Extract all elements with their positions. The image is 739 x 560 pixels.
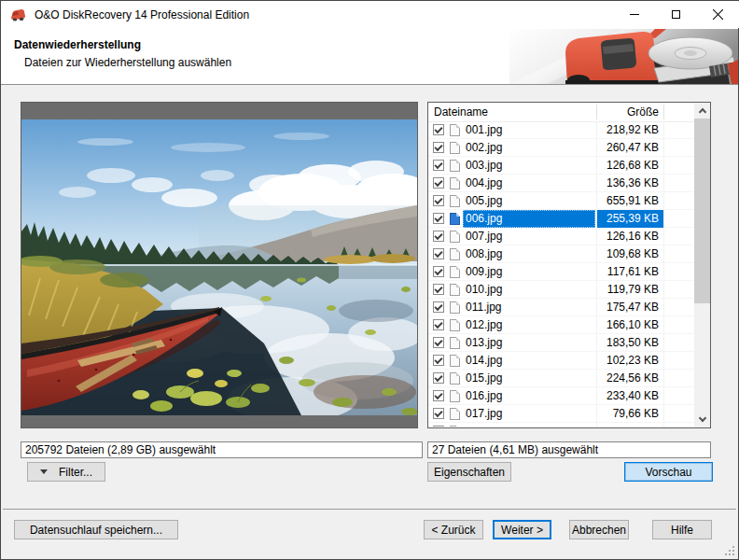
checkbox[interactable] (433, 213, 444, 224)
file-row[interactable]: 001.jpg218,92 KB (428, 121, 694, 139)
file-size: 183,50 KB (597, 334, 663, 352)
help-button[interactable]: Hilfe (652, 520, 712, 539)
file-name[interactable]: 013.jpg (463, 334, 595, 352)
file-icon (450, 301, 460, 314)
file-name[interactable]: 010.jpg (463, 281, 595, 299)
file-row[interactable]: 015.jpg224,56 KB (428, 370, 694, 387)
checkbox[interactable] (433, 284, 444, 295)
checkbox[interactable] (433, 301, 444, 313)
file-row[interactable]: 004.jpg136,36 KB (428, 175, 694, 192)
scrollbar[interactable] (694, 103, 710, 427)
file-row[interactable]: 003.jpg126,68 KB (428, 157, 694, 175)
file-icon (450, 124, 460, 136)
checkbox[interactable] (433, 160, 444, 171)
file-row[interactable]: 007.jpg126,16 KB (428, 228, 694, 245)
file-size: 119,79 KB (597, 281, 663, 299)
file-icon (450, 160, 460, 172)
file-name[interactable]: 012.jpg (463, 316, 595, 334)
file-row[interactable]: 016.jpg233,40 KB (428, 387, 694, 405)
checkbox[interactable] (433, 231, 444, 242)
close-button[interactable] (697, 1, 739, 28)
column-divider[interactable] (663, 105, 664, 119)
filter-button[interactable]: Filter... (27, 462, 105, 482)
brand-artwork-icon (509, 29, 738, 84)
checkbox[interactable] (433, 124, 444, 135)
checkbox[interactable] (433, 248, 444, 259)
file-name[interactable]: 008.jpg (463, 245, 595, 263)
file-rows: 001.jpg218,92 KB002.jpg260,47 KB003.jpg1… (428, 121, 694, 427)
file-name[interactable]: 003.jpg (463, 157, 595, 175)
next-button[interactable]: Weiter > (493, 520, 551, 539)
page-title: Datenwiederherstellung (14, 38, 141, 51)
scroll-down-button[interactable] (694, 412, 710, 427)
back-button[interactable]: < Zurück (424, 520, 483, 539)
checkbox[interactable] (433, 142, 444, 153)
cancel-button[interactable]: Abbrechen (569, 520, 629, 539)
scroll-up-button[interactable] (694, 103, 710, 119)
properties-button[interactable]: Eigenschaften (427, 462, 511, 482)
checkbox[interactable] (433, 266, 444, 277)
file-icon (450, 266, 460, 278)
file-size: 117,61 KB (597, 263, 663, 281)
file-row[interactable]: 002.jpg260,47 KB (428, 139, 694, 157)
preview-toggle-button[interactable]: Vorschau (624, 462, 713, 482)
titlebar: O&O DiskRecovery 14 Professional Edition (1, 1, 738, 29)
file-name[interactable]: 015.jpg (463, 370, 595, 387)
column-header-size[interactable]: Größe (627, 105, 659, 119)
file-name[interactable]: 001.jpg (463, 121, 595, 139)
save-scan-button[interactable]: Datensuchlauf speichern... (14, 520, 178, 539)
checkbox[interactable] (433, 195, 444, 206)
file-row-partial[interactable] (428, 423, 694, 427)
column-header-filename[interactable]: Dateiname (434, 105, 488, 119)
checkbox[interactable] (433, 337, 444, 348)
checkbox[interactable] (433, 355, 444, 366)
file-size: 655,91 KB (597, 192, 663, 210)
file-row[interactable]: 013.jpg183,50 KB (428, 334, 694, 352)
file-name[interactable]: 006.jpg (463, 210, 595, 228)
file-row[interactable]: 009.jpg117,61 KB (428, 263, 694, 281)
file-icon (450, 355, 460, 367)
preview-panel (21, 102, 418, 428)
file-icon (450, 177, 460, 189)
file-name[interactable]: 016.jpg (463, 387, 595, 405)
file-row[interactable]: 014.jpg102,23 KB (428, 352, 694, 370)
file-size: 126,16 KB (597, 228, 663, 245)
checkbox[interactable] (433, 319, 444, 330)
right-selection-status: 27 Dateien (4,61 MB) ausgewählt (427, 441, 711, 458)
file-name[interactable]: 004.jpg (463, 175, 595, 192)
file-name[interactable]: 014.jpg (463, 352, 595, 370)
file-icon (450, 231, 460, 243)
minimize-icon (630, 14, 639, 15)
file-name[interactable]: 007.jpg (463, 228, 595, 245)
left-selection-status: 205792 Dateien (2,89 GB) ausgewählt (21, 441, 423, 458)
checkbox[interactable] (433, 390, 444, 401)
app-window: O&O DiskRecovery 14 Professional Edition… (0, 0, 739, 560)
wizard-header: Datenwiederherstellung Dateien zur Wiede… (1, 29, 738, 85)
file-name[interactable]: 009.jpg (463, 263, 595, 281)
checkbox[interactable] (433, 177, 444, 189)
resize-grip-icon[interactable] (724, 545, 734, 555)
checkbox[interactable] (433, 372, 444, 384)
scrollbar-thumb[interactable] (694, 119, 710, 303)
maximize-button[interactable] (655, 1, 697, 28)
file-row[interactable]: 006.jpg255,39 KB (428, 210, 694, 228)
file-row[interactable]: 011.jpg175,47 KB (428, 299, 694, 316)
file-row[interactable]: 017.jpg79,66 KB (428, 405, 694, 423)
file-row[interactable]: 012.jpg166,10 KB (428, 316, 694, 334)
file-size: 218,92 KB (597, 121, 663, 139)
file-name[interactable]: 005.jpg (463, 192, 595, 210)
file-name[interactable]: 002.jpg (463, 139, 595, 157)
file-row[interactable]: 010.jpg119,79 KB (428, 281, 694, 299)
file-name[interactable]: 011.jpg (463, 299, 595, 316)
window-title: O&O DiskRecovery 14 Professional Edition (35, 8, 249, 21)
chevron-up-icon (698, 108, 705, 116)
checkbox[interactable] (433, 408, 444, 419)
file-row[interactable]: 008.jpg109,68 KB (428, 245, 694, 263)
file-name[interactable]: 017.jpg (463, 405, 595, 423)
file-row[interactable]: 005.jpg655,91 KB (428, 192, 694, 210)
checkbox[interactable] (433, 426, 444, 427)
minimize-button[interactable] (613, 1, 655, 28)
app-icon (10, 7, 26, 22)
file-icon (450, 408, 460, 420)
column-divider[interactable] (596, 105, 597, 119)
